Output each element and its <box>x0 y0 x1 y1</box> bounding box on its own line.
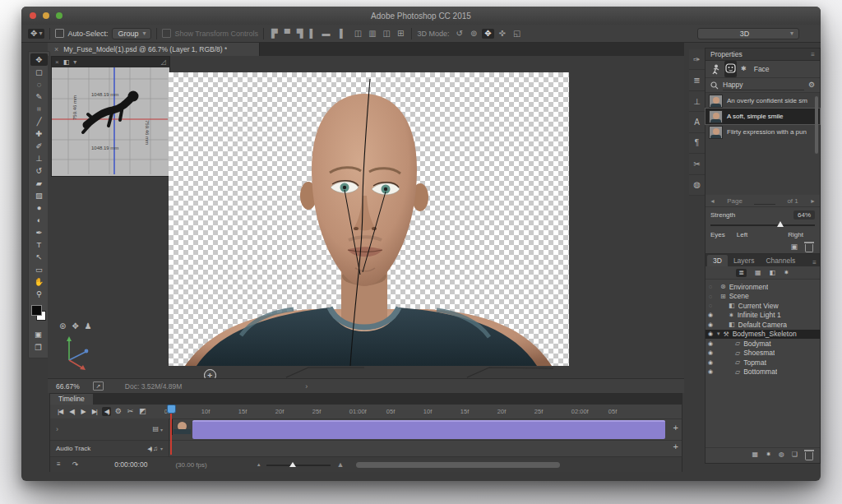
tree-row[interactable]: ◌ ⊛ Environment <box>706 282 820 292</box>
align-left-edges-icon[interactable]: ▌ <box>308 29 318 39</box>
audio-track-lane[interactable]: + <box>169 440 682 455</box>
transition-icon[interactable]: ◩ <box>139 408 146 415</box>
secondary-3d-view[interactable]: × ◧ ▾ ◿ 1048. <box>51 56 170 177</box>
tree-row[interactable]: ◌ ⊞ Scene <box>706 292 820 302</box>
align-right-edges-icon[interactable]: ▐ <box>335 29 345 39</box>
paragraph-panel-icon[interactable]: ¶ <box>689 133 705 154</box>
music-note-icon[interactable]: ♫ <box>153 446 158 452</box>
visibility-eye-icon[interactable]: ◉ <box>706 321 715 328</box>
video-track-header[interactable]: › ▤ ▾ <box>50 418 169 441</box>
hand-tool-icon[interactable]: ✋ <box>30 275 48 288</box>
film-icon[interactable]: ▤ <box>152 426 159 432</box>
tree-row[interactable]: ◉ ◧ Default Camera <box>706 320 820 330</box>
go-to-next-frame-button-icon[interactable]: ▶| <box>90 407 99 416</box>
search-input[interactable]: Happy <box>723 81 804 90</box>
playhead-handle[interactable] <box>167 405 176 414</box>
gradient-tool-icon[interactable]: ▨ <box>30 189 48 201</box>
chevron-down-icon[interactable]: ▾ <box>160 446 163 451</box>
strength-value[interactable]: 64% <box>793 210 815 220</box>
zoom-out-mountain-icon[interactable]: ▲ <box>257 462 261 467</box>
quick-mask-icon[interactable]: ▣ <box>30 328 47 340</box>
canvas-pasteboard[interactable]: × ◧ ▾ ◿ 1048. <box>48 56 684 378</box>
visibility-eye-icon[interactable]: ◉ <box>706 368 715 375</box>
filter-whole-scene-icon[interactable]: ≣ <box>736 269 747 277</box>
cross-section-widget[interactable]: ✛ <box>204 369 216 378</box>
brush-settings-panel-icon[interactable]: ✑ <box>689 49 705 70</box>
align-bottom-edges-icon[interactable]: ▜ <box>294 29 306 39</box>
list-scrollbar[interactable] <box>815 96 818 154</box>
3d-slide-icon[interactable]: ✜ <box>497 29 508 39</box>
orbit-view-icon[interactable]: ⊛ <box>59 322 66 331</box>
label[interactable]: 01:00f <box>349 408 386 415</box>
new-item-icon[interactable]: ❏ <box>792 451 798 458</box>
label[interactable]: 10f <box>201 408 238 415</box>
go-to-previous-frame-button-icon[interactable]: ◀| <box>67 407 76 416</box>
lasso-tool-icon[interactable]: ◌ <box>30 78 48 90</box>
zoom-level-field[interactable]: 66.67% <box>56 382 80 391</box>
expression-item[interactable]: An overly confident side sm <box>706 93 820 109</box>
label[interactable]: 02:00f <box>571 408 608 415</box>
dodge-tool-icon[interactable]: ◐ <box>30 214 48 226</box>
show-transform-checkbox[interactable] <box>162 29 171 38</box>
close-tab-icon[interactable]: × <box>54 45 58 53</box>
export-icon[interactable]: ↗ <box>93 381 104 391</box>
secondary-view-canvas[interactable]: 1048.19 mm 1048.19 mm 759.46 mm 759.46 m… <box>52 67 168 174</box>
page-number-field[interactable] <box>754 197 775 205</box>
tab-channels[interactable]: Channels <box>760 255 801 266</box>
timeline-settings-gear-icon[interactable]: ⚙ <box>115 408 122 415</box>
3d-roll-icon[interactable]: ⊚ <box>468 29 479 39</box>
3d-orbit-icon[interactable]: ↺ <box>453 29 465 39</box>
visibility-eye-icon[interactable]: ◌ <box>706 294 715 299</box>
3d-ground-plane-icon[interactable]: ▦ <box>752 451 759 458</box>
tree-row[interactable]: ◉ ✷ Infinite Light 1 <box>706 311 820 321</box>
foreground-color-swatch[interactable] <box>31 305 42 316</box>
expression-item[interactable]: Flirty expression with a pun <box>706 124 820 140</box>
trash-icon[interactable] <box>805 452 813 460</box>
color-swatches[interactable] <box>31 305 46 323</box>
camera-icon[interactable]: ◧ <box>63 59 70 66</box>
video-track-lane[interactable]: + <box>169 418 682 441</box>
marquee-tool-icon[interactable]: ▢ <box>30 66 48 78</box>
tree-row[interactable]: ◌ ◧ Current View <box>706 301 820 311</box>
sparkle-icon[interactable]: ✱ <box>741 66 747 72</box>
figure-view-icon[interactable]: ♟ <box>85 322 92 331</box>
gear-icon[interactable]: ⚙ <box>808 81 815 89</box>
render-menu-icon[interactable]: ≡ <box>57 461 61 468</box>
tree-row[interactable]: ◉ ▱ Bodymat <box>706 339 820 349</box>
status-chevron-icon[interactable]: › <box>305 382 308 391</box>
add-audio-button[interactable]: + <box>673 442 678 451</box>
label[interactable]: 25f <box>534 408 571 415</box>
split-clip-icon[interactable]: ✂ <box>127 408 134 415</box>
clone-stamp-tool-icon[interactable]: ⊥ <box>30 152 48 164</box>
character-panel-icon[interactable]: A <box>689 112 705 132</box>
type-tool-icon[interactable]: T <box>30 238 48 251</box>
go-to-first-frame-button-icon[interactable]: |◀ <box>55 407 65 416</box>
label[interactable]: 10f <box>423 408 460 415</box>
3d-ibl-icon[interactable]: ◍ <box>779 451 784 458</box>
shape-tool-icon[interactable]: ▭ <box>30 263 48 275</box>
crop-tool-icon[interactable]: ⌗ <box>30 103 48 115</box>
screen-mode-icon[interactable]: ❐ <box>30 341 47 354</box>
tree-row[interactable]: ◉ ▱ Topmat <box>706 358 820 368</box>
filter-meshes-icon[interactable]: ▦ <box>755 270 761 276</box>
label[interactable]: 15f <box>238 408 275 415</box>
eyedropper-tool-icon[interactable]: ╱ <box>30 115 48 127</box>
pan-view-icon[interactable]: ✥ <box>72 322 78 331</box>
eyes-left-button[interactable]: Left <box>737 231 747 238</box>
blur-tool-icon[interactable]: ● <box>30 201 48 214</box>
visibility-eye-icon[interactable]: ◉ <box>706 349 715 356</box>
panel-menu-icon[interactable]: ≡ <box>811 51 815 58</box>
page-next-icon[interactable]: ► <box>810 198 816 204</box>
mute-audio-button[interactable]: ◀) <box>102 407 111 416</box>
3d-scale-icon[interactable]: ◱ <box>511 29 523 39</box>
frame-icon[interactable]: ▣ <box>790 243 798 251</box>
3d-drag-icon[interactable]: ✥ <box>482 29 493 39</box>
scissors-panel-icon[interactable]: ✂ <box>689 154 705 174</box>
eraser-tool-icon[interactable]: ▰ <box>30 177 48 189</box>
auto-align-layers-icon[interactable]: ⊞ <box>395 29 406 39</box>
visibility-eye-icon[interactable]: ◌ <box>706 303 715 308</box>
audio-track-header[interactable]: Audio Track ◀) ♫ ▾ <box>50 441 169 456</box>
tab-3d[interactable]: 3D <box>707 255 728 266</box>
speaker-icon[interactable]: ◀) <box>147 446 150 451</box>
expand-track-icon[interactable]: › <box>56 425 58 433</box>
